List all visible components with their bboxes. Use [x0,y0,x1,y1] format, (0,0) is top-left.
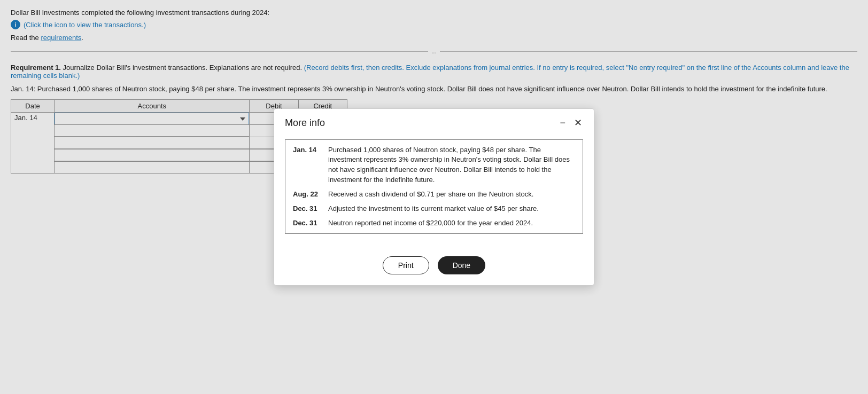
transaction-description: Received a cash dividend of $0.71 per sh… [328,190,575,193]
modal-header: More info − ✕ [274,109,594,134]
transaction-description: Purchased 1,000 shares of Neutron stock,… [328,145,575,185]
transaction-row: Jan. 14Purchased 1,000 shares of Neutron… [293,145,575,185]
modal-title: More info [285,117,325,129]
modal-overlay: More info − ✕ Jan. 14Purchased 1,000 sha… [0,0,868,193]
modal-close-button[interactable]: ✕ [573,118,583,128]
modal-minimize-button[interactable]: − [559,118,567,128]
transactions-box: Jan. 14Purchased 1,000 shares of Neutron… [285,139,583,193]
modal-dialog: More info − ✕ Jan. 14Purchased 1,000 sha… [274,108,594,193]
transaction-row: Aug. 22Received a cash dividend of $0.71… [293,190,575,193]
transaction-date: Aug. 22 [293,190,322,193]
modal-controls: − ✕ [559,118,583,128]
modal-body: Jan. 14Purchased 1,000 shares of Neutron… [274,134,594,193]
transaction-date: Jan. 14 [293,145,322,185]
